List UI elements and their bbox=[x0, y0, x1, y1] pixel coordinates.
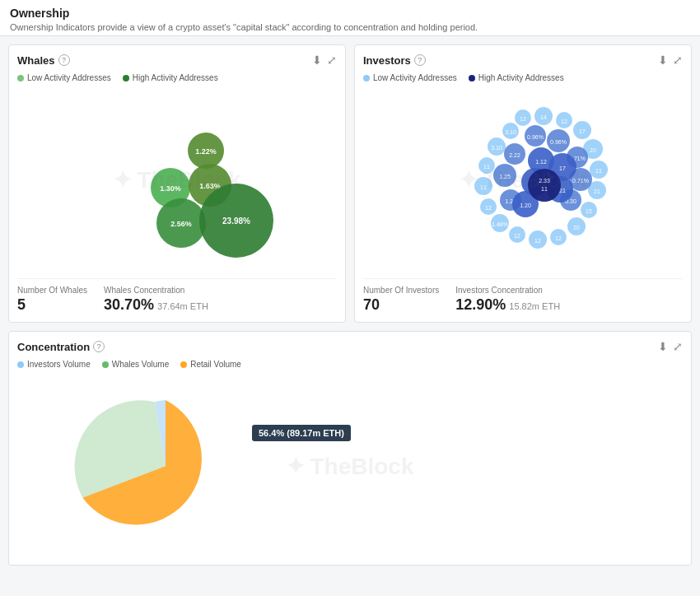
investors-concentration-label: Investors Concentration bbox=[455, 286, 560, 295]
investors-count-value: 70 bbox=[363, 296, 439, 314]
svg-text:15: 15 bbox=[586, 208, 592, 214]
svg-text:1.25: 1.25 bbox=[499, 174, 511, 179]
svg-text:20: 20 bbox=[573, 225, 580, 230]
concentration-legend-retail: Retail Volume bbox=[180, 360, 241, 369]
whales-info-icon[interactable]: ? bbox=[58, 54, 70, 66]
whales-concentration-value: 30.70%37.64m ETH bbox=[104, 296, 208, 314]
svg-text:11: 11 bbox=[480, 184, 487, 190]
concentration-title: Concentration bbox=[17, 341, 90, 353]
whales-legend-low-label: Low Activity Addresses bbox=[27, 73, 111, 82]
whales-legend-high: High Activity Addresses bbox=[123, 73, 218, 82]
investors-count-stat: Number Of Investors 70 bbox=[363, 286, 439, 314]
whales-download-icon[interactable]: ⬇ bbox=[312, 54, 322, 67]
concentration-expand-icon[interactable]: ⤢ bbox=[673, 340, 683, 353]
svg-text:2.33: 2.33 bbox=[539, 178, 550, 184]
svg-text:20: 20 bbox=[590, 147, 596, 153]
concentration-legend-retail-label: Retail Volume bbox=[190, 360, 241, 369]
investors-count-label: Number Of Investors bbox=[363, 286, 439, 295]
concentration-chart: ✦TheBlock 56.4% (89.17m ETH) bbox=[17, 375, 683, 556]
svg-text:11: 11 bbox=[483, 164, 490, 170]
investors-stats: Number Of Investors 70 Investors Concent… bbox=[363, 278, 683, 314]
svg-text:12: 12 bbox=[534, 238, 541, 244]
concentration-pie-svg bbox=[67, 379, 264, 552]
svg-text:17: 17 bbox=[579, 128, 586, 134]
concentration-info-icon[interactable]: ? bbox=[93, 341, 105, 352]
page-title: Ownership bbox=[10, 7, 690, 20]
svg-text:11: 11 bbox=[595, 168, 602, 174]
svg-text:12: 12 bbox=[555, 235, 562, 241]
investors-concentration-sub: 15.82m ETH bbox=[509, 301, 560, 311]
whales-bubble-svg: 1.22% 1.30% 1.63% 2.56% 23.98% bbox=[45, 93, 309, 266]
page-subtitle: Ownership Indicators provide a view of a… bbox=[10, 22, 690, 32]
svg-text:23.98%: 23.98% bbox=[222, 217, 250, 226]
whales-concentration-label: Whales Concentration bbox=[104, 286, 208, 295]
concentration-legend-retail-dot bbox=[180, 361, 187, 368]
svg-text:12: 12 bbox=[561, 119, 567, 124]
svg-text:12: 12 bbox=[485, 205, 492, 211]
svg-text:1.12: 1.12 bbox=[535, 159, 547, 165]
svg-text:11: 11 bbox=[541, 186, 548, 192]
whales-title: Whales bbox=[17, 54, 55, 67]
svg-text:21: 21 bbox=[594, 189, 600, 194]
svg-text:1.48%: 1.48% bbox=[492, 221, 508, 227]
concentration-legend-investors-label: Investors Volume bbox=[27, 360, 91, 369]
whales-stats: Number Of Whales 5 Whales Concentration … bbox=[17, 278, 337, 314]
investors-concentration-stat: Investors Concentration 12.90%15.82m ETH bbox=[455, 286, 560, 314]
svg-text:0.71%: 0.71% bbox=[572, 178, 589, 184]
svg-text:1.30%: 1.30% bbox=[160, 184, 181, 193]
investors-chart: ✦TheBlock 12 14 12 17 20 11 bbox=[363, 89, 683, 270]
svg-text:3.10: 3.10 bbox=[491, 145, 502, 151]
investors-title: Investors bbox=[363, 54, 411, 67]
investors-legend-high-dot bbox=[469, 75, 475, 81]
investors-legend-low-label: Low Activity Addresses bbox=[373, 73, 457, 82]
whales-count-stat: Number Of Whales 5 bbox=[17, 286, 87, 314]
whales-panel: Whales ? ⬇ ⤢ Low Activity Addresses High… bbox=[8, 44, 346, 323]
investors-panel: Investors ? ⬇ ⤢ Low Activity Addresses H… bbox=[354, 44, 692, 323]
svg-text:0.96%: 0.96% bbox=[527, 134, 544, 140]
svg-text:2.56%: 2.56% bbox=[170, 220, 192, 228]
svg-text:0.96%: 0.96% bbox=[550, 139, 567, 145]
concentration-watermark: ✦TheBlock bbox=[286, 453, 413, 480]
concentration-legend-investors: Investors Volume bbox=[17, 360, 91, 369]
svg-text:17: 17 bbox=[559, 165, 566, 171]
concentration-tooltip: 56.4% (89.17m ETH) bbox=[252, 425, 351, 441]
svg-text:12: 12 bbox=[520, 116, 526, 122]
whales-count-label: Number Of Whales bbox=[17, 286, 87, 295]
whales-concentration-stat: Whales Concentration 30.70%37.64m ETH bbox=[104, 286, 208, 314]
investors-legend: Low Activity Addresses High Activity Add… bbox=[363, 73, 683, 82]
concentration-legend: Investors Volume Whales Volume Retail Vo… bbox=[17, 360, 683, 369]
svg-point-72 bbox=[528, 169, 561, 202]
investors-concentration-value: 12.90%15.82m ETH bbox=[455, 296, 560, 314]
investors-legend-high-label: High Activity Addresses bbox=[478, 73, 564, 82]
investors-download-icon[interactable]: ⬇ bbox=[658, 54, 668, 67]
svg-text:1.20: 1.20 bbox=[520, 203, 531, 208]
svg-text:14: 14 bbox=[540, 114, 547, 120]
whales-legend-high-dot bbox=[123, 75, 129, 81]
whales-concentration-sub: 37.64m ETH bbox=[157, 301, 208, 311]
concentration-legend-whales: Whales Volume bbox=[102, 360, 169, 369]
whales-legend-low: Low Activity Addresses bbox=[17, 73, 111, 82]
whales-legend-low-dot bbox=[17, 75, 24, 81]
investors-bubble-svg: 12 14 12 17 20 11 21 15 20 bbox=[383, 93, 663, 266]
whales-expand-icon[interactable]: ⤢ bbox=[327, 54, 337, 67]
concentration-panel-header: Concentration ? ⬇ ⤢ bbox=[17, 340, 683, 353]
whales-panel-header: Whales ? ⬇ ⤢ bbox=[17, 54, 337, 67]
concentration-legend-investors-dot bbox=[17, 361, 24, 368]
investors-expand-icon[interactable]: ⤢ bbox=[673, 54, 683, 67]
svg-text:3.10: 3.10 bbox=[505, 129, 516, 135]
svg-text:2.22: 2.22 bbox=[509, 152, 520, 158]
whales-count-value: 5 bbox=[17, 296, 87, 314]
svg-text:1.22%: 1.22% bbox=[195, 147, 217, 156]
investors-info-icon[interactable]: ? bbox=[414, 54, 426, 66]
concentration-download-icon[interactable]: ⬇ bbox=[658, 340, 668, 353]
concentration-legend-whales-dot bbox=[102, 361, 109, 368]
investors-panel-header: Investors ? ⬇ ⤢ bbox=[363, 54, 683, 67]
whales-legend-high-label: High Activity Addresses bbox=[133, 73, 218, 82]
concentration-legend-whales-label: Whales Volume bbox=[112, 360, 169, 369]
investors-legend-low-dot bbox=[363, 75, 370, 81]
concentration-panel: Concentration ? ⬇ ⤢ Investors Volume Wha… bbox=[8, 331, 692, 566]
svg-text:12: 12 bbox=[514, 233, 520, 239]
investors-legend-high: High Activity Addresses bbox=[469, 73, 564, 82]
whales-legend: Low Activity Addresses High Activity Add… bbox=[17, 73, 337, 82]
investors-legend-low: Low Activity Addresses bbox=[363, 73, 457, 82]
